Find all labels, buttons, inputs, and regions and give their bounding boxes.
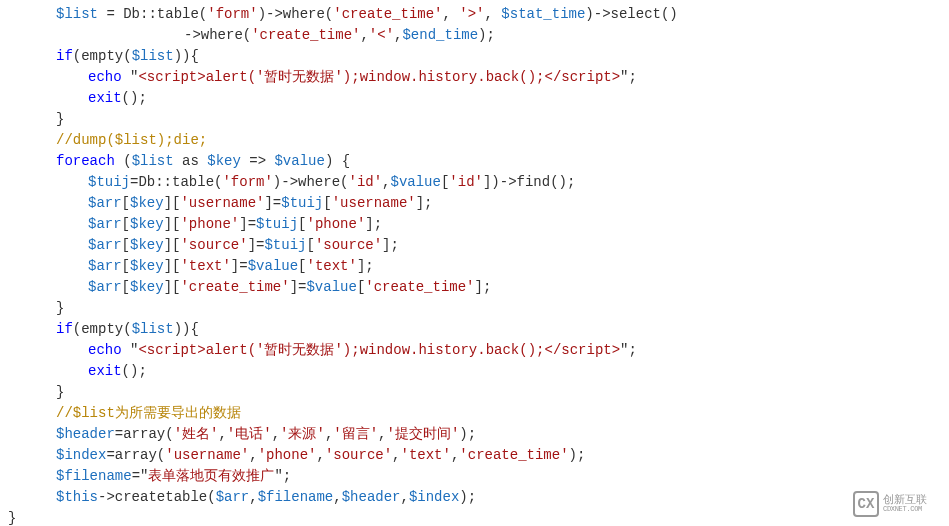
code-line: } [8,508,949,526]
token-op: [ [122,216,130,232]
token-op: , [392,447,400,463]
token-op: ); [459,489,476,505]
token-str: 表单落地页有效推广 [148,468,274,484]
code-line: $filename="表单落地页有效推广"; [8,466,949,487]
token-op: ]; [382,237,399,253]
token-var: $key [130,258,164,274]
code-line: } [8,382,949,403]
token-kw-blue: if [56,321,73,337]
token-var: $arr [88,258,122,274]
token-kw-blue: exit [88,90,122,106]
token-var: $end_time [402,27,478,43]
token-str: '留言' [333,426,378,442]
token-op: ]; [475,279,492,295]
token-str: 'text' [180,258,230,274]
code-line: exit(); [8,361,949,382]
token-str: 'id' [348,174,382,190]
token-var: $key [130,195,164,211]
token-op: ][ [164,258,181,274]
token-op: ]= [248,237,265,253]
code-line: $arr[$key]['text']=$value['text']; [8,256,949,277]
token-op: ]= [239,216,256,232]
token-op: ]; [416,195,433,211]
token-var: $list [56,6,98,22]
token-str: '姓名' [174,426,219,442]
code-line: $arr[$key]['phone']=$tuij['phone']; [8,214,949,235]
token-op: , [443,6,460,22]
token-op: } [56,111,64,127]
token-op: = Db::table( [98,6,207,22]
token-kw-blue: foreach [56,153,115,169]
token-var: $value [274,153,324,169]
code-line: echo "<script>alert('暂时无数据');window.hist… [8,340,949,361]
token-var: $tuij [256,216,298,232]
token-var: $key [130,216,164,232]
token-op: , [378,426,386,442]
token-op: , [333,489,341,505]
token-op: [ [122,279,130,295]
token-op: [ [298,258,306,274]
code-line: $this->createtable($arr,$filename,$heade… [8,487,949,508]
token-op: ->createtable( [98,489,216,505]
token-op: ]; [365,216,382,232]
code-line: exit(); [8,88,949,109]
token-var: $tuij [281,195,323,211]
token-op: as [174,153,208,169]
code-line: $list = Db::table('form')->where('create… [8,4,949,25]
token-var: $list [132,48,174,64]
token-op: =" [132,468,149,484]
token-kw-blue: echo [88,342,122,358]
code-line: if(empty($list)){ [8,319,949,340]
code-line: //$list为所需要导出的数据 [8,403,949,424]
token-op: " [122,342,139,358]
code-line: } [8,298,949,319]
token-str: 'id' [449,174,483,190]
token-var: $index [409,489,459,505]
token-op: " [122,69,139,85]
token-str: 'username' [332,195,416,211]
token-op: [ [306,237,314,253]
token-var: $tuij [88,174,130,190]
token-op: , [382,174,390,190]
code-line: ->where('create_time','<',$end_time); [8,25,949,46]
token-str: 'phone' [258,447,317,463]
token-str: <script>alert('暂时无数据');window.history.ba… [138,342,620,358]
token-op: "; [620,69,637,85]
token-op: )->where( [273,174,349,190]
token-op: ); [478,27,495,43]
token-op: (empty( [73,48,132,64]
code-line: $tuij=Db::table('form')->where('id',$val… [8,172,949,193]
token-var: $list [132,153,174,169]
token-str: 'create_time' [365,279,474,295]
token-op: =Db::table( [130,174,222,190]
token-var: $filename [56,468,132,484]
token-op: [ [323,195,331,211]
token-op: , [485,6,502,22]
token-op: ][ [164,216,181,232]
token-str: 'source' [325,447,392,463]
token-op: (); [122,90,147,106]
token-var: $key [130,279,164,295]
code-line: $arr[$key]['username']=$tuij['username']… [8,193,949,214]
token-op: )){ [174,321,199,337]
token-str: 'text' [401,447,451,463]
token-op: "; [620,342,637,358]
token-op: =array( [115,426,174,442]
token-op: => [241,153,275,169]
token-str: '来源' [280,426,325,442]
token-str: 'source' [180,237,247,253]
token-op: } [8,510,16,526]
token-op: (empty( [73,321,132,337]
token-op: ])->find(); [483,174,575,190]
token-kw-blue: echo [88,69,122,85]
token-op: } [56,300,64,316]
token-var: $arr [88,195,122,211]
token-var: $value [306,279,356,295]
token-op: ][ [164,279,181,295]
token-var: $list [132,321,174,337]
token-var: $filename [258,489,334,505]
token-var: $index [56,447,106,463]
code-line: $header=array('姓名','电话','来源','留言','提交时间'… [8,424,949,445]
token-op: [ [122,195,130,211]
code-line: if(empty($list)){ [8,46,949,67]
